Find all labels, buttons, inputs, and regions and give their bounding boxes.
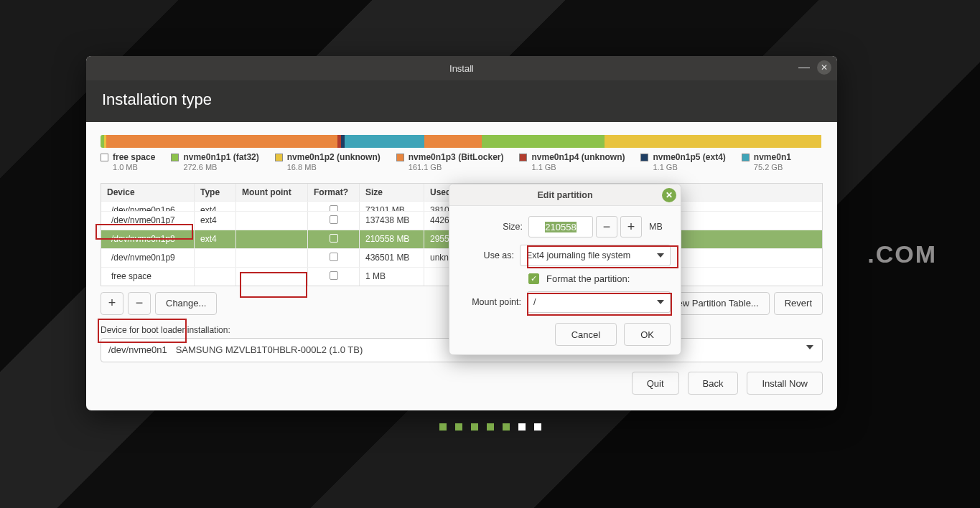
legend-label: nvme0n1p1 (fat32)272.6 MB (183, 152, 258, 173)
chevron-down-icon (657, 300, 664, 304)
quit-button[interactable]: Quit (632, 372, 679, 395)
pager-dot (471, 423, 478, 431)
usage-segment (482, 135, 605, 148)
chevron-down-icon (806, 345, 813, 349)
cell-type (195, 249, 236, 267)
cell-format (308, 268, 360, 286)
close-button[interactable]: ✕ (817, 60, 831, 75)
disk-usage-bar (101, 135, 823, 148)
cell-format (308, 249, 360, 267)
format-checkbox[interactable]: ✓ (528, 273, 539, 284)
usage-segment (106, 135, 337, 148)
dialog-title: Edit partition (537, 190, 592, 200)
pager-dot (534, 423, 541, 431)
install-now-button[interactable]: Install Now (747, 372, 823, 395)
legend-label: nvme0n1p2 (unknown)16.8 MB (287, 152, 381, 173)
cell-mount (236, 249, 308, 267)
legend-label: nvme0n1p5 (ext4)1.1 GB (653, 152, 725, 173)
legend-swatch (640, 154, 648, 161)
cell-device: /dev/nvme0n1p7 (101, 212, 195, 230)
dialog-cancel-button[interactable]: Cancel (555, 323, 617, 346)
legend-swatch (396, 154, 404, 161)
mount-point-select[interactable]: / (527, 291, 671, 313)
dialog-ok-button[interactable]: OK (624, 323, 671, 346)
pager-dot (439, 423, 447, 431)
cell-device: /dev/nvme0n1p9 (101, 249, 195, 267)
legend-label: free space1.0 MB (113, 152, 155, 173)
legend-swatch (742, 154, 750, 161)
back-button[interactable]: Back (688, 372, 739, 395)
chevron-down-icon (657, 253, 664, 258)
add-partition-button[interactable]: + (101, 292, 123, 315)
legend-swatch (171, 154, 179, 161)
dialog-titlebar[interactable]: Edit partition ✕ (449, 184, 681, 206)
cell-type (195, 268, 236, 286)
revert-button[interactable]: Revert (774, 292, 823, 315)
page-title: Installation type (86, 80, 837, 122)
window-title: Install (449, 63, 474, 74)
mount-label: Mount point: (459, 297, 527, 307)
pager-dot (503, 423, 510, 431)
cell-mount (236, 230, 308, 248)
pager-dot (455, 423, 462, 431)
legend-item: nvme0n175.2 GB (742, 152, 791, 173)
cell-size: 210558 MB (360, 230, 424, 248)
cell-size: 73101 MB (360, 202, 424, 211)
legend-label: nvme0n1p4 (unknown)1.1 GB (531, 152, 625, 173)
size-input[interactable] (529, 222, 592, 232)
dialog-close-button[interactable]: ✕ (662, 188, 676, 202)
usage-segment (345, 135, 424, 148)
minimize-button[interactable]: — (797, 60, 811, 75)
legend-item: free space1.0 MB (101, 152, 155, 173)
change-partition-button[interactable]: Change... (155, 292, 217, 315)
legend-item: nvme0n1p2 (unknown)16.8 MB (275, 152, 381, 173)
cell-device: /dev/nvme0n1p6 (101, 202, 195, 211)
usage-segment (605, 135, 821, 148)
legend-item: nvme0n1p4 (unknown)1.1 GB (519, 152, 625, 173)
step-pager (439, 423, 541, 431)
footer-buttons: Quit Back Install Now (632, 372, 823, 395)
cell-mount (236, 212, 308, 230)
pager-dot (487, 423, 494, 431)
cell-size: 137438 MB (360, 212, 424, 230)
remove-partition-button[interactable]: − (128, 292, 151, 315)
bootloader-device-desc: SAMSUNG MZVLB1T0HBLR-000L2 (1.0 TB) (176, 344, 363, 355)
cell-size: 1 MB (360, 268, 424, 286)
legend-label: nvme0n1p3 (BitLocker)161.1 GB (409, 152, 504, 173)
cell-device: free space (101, 268, 195, 286)
legend-swatch (519, 154, 527, 161)
partition-legend: free space1.0 MBnvme0n1p1 (fat32)272.6 M… (101, 152, 823, 173)
cell-size: 436501 MB (360, 249, 424, 267)
format-label: Format the partition: (546, 273, 630, 284)
cell-mount (236, 202, 308, 211)
bootloader-device-value: /dev/nvme0n1 (108, 344, 167, 355)
usage-segment (424, 135, 482, 148)
cell-format (308, 202, 360, 211)
edit-partition-dialog: Edit partition ✕ Size: − + MB Use as: Ex… (449, 184, 681, 355)
size-minus-button[interactable]: − (596, 216, 617, 237)
useas-select[interactable]: Ext4 journaling file system (520, 245, 671, 266)
size-plus-button[interactable]: + (620, 216, 642, 237)
cell-format (308, 212, 360, 230)
cell-device: /dev/nvme0n1p8 (101, 230, 195, 248)
cell-type: ext4 (195, 230, 236, 248)
size-label: Size: (459, 222, 528, 232)
legend-item: nvme0n1p3 (BitLocker)161.1 GB (396, 152, 504, 173)
cell-type: ext4 (195, 212, 236, 230)
legend-item: nvme0n1p1 (fat32)272.6 MB (171, 152, 258, 173)
titlebar[interactable]: Install — ✕ (86, 56, 837, 80)
cell-format (308, 230, 360, 248)
size-spinbox[interactable] (528, 216, 593, 237)
legend-swatch (275, 154, 283, 161)
useas-label: Use as: (459, 250, 520, 260)
legend-label: nvme0n175.2 GB (754, 152, 791, 173)
cell-type: ext4 (195, 202, 236, 211)
size-unit: MB (649, 222, 663, 232)
legend-swatch (101, 154, 108, 161)
legend-item: nvme0n1p5 (ext4)1.1 GB (640, 152, 725, 173)
pager-dot (518, 423, 526, 431)
cell-mount (236, 268, 308, 286)
